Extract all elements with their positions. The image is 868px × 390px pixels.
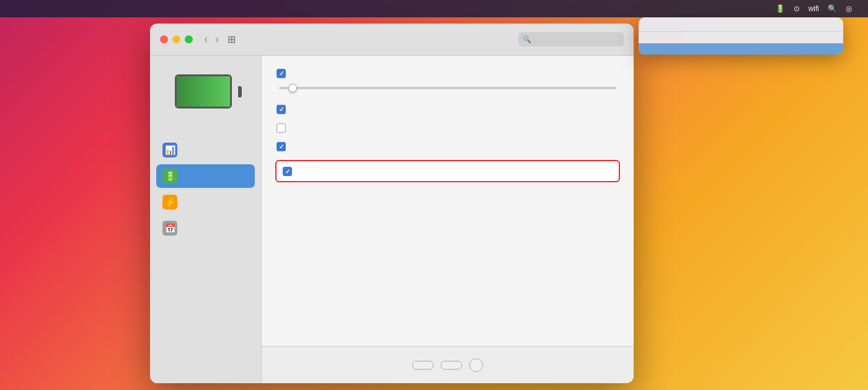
window-body: 📊 🔋 ⚡ 📅 [150,56,634,383]
slider-section [277,87,619,92]
minimize-button[interactable] [172,35,180,43]
magnifier-icon[interactable]: 🔍 [828,4,837,13]
search-input[interactable] [518,32,624,47]
dropdown-header [639,17,843,32]
nav-buttons: ‹ › [202,32,221,47]
battery-dropdown-panel[interactable] [639,17,843,55]
battery-body [175,74,232,109]
schedule-icon: 📅 [162,221,177,236]
battery-info [156,125,255,126]
titlebar: ‹ › ⊞ [150,24,634,56]
control-center-icon[interactable]: ⊙ [794,4,800,13]
slightly-dim-checkbox[interactable] [277,105,286,114]
optimized-charging-checkbox[interactable] [283,167,292,176]
maximize-button[interactable] [185,35,193,43]
battery-icon-container [156,68,255,115]
battery-nav-icon: 🔋 [162,169,177,184]
main-window: ‹ › ⊞ [150,24,634,383]
sidebar-item-battery[interactable]: 🔋 [156,164,255,188]
grid-icon[interactable]: ⊞ [228,33,236,45]
sidebar: 📊 🔋 ⚡ 📅 [150,56,262,383]
optimize-video-checkbox[interactable] [277,142,286,151]
usage-history-icon: 📊 [162,143,177,157]
battery-fill [177,76,230,107]
battery-visual [175,74,237,109]
menubar: 🔋 ⊙ wifi 🔍 ◎ [0,0,868,17]
battery-menubar-icon[interactable]: 🔋 [776,4,785,13]
help-button[interactable] [469,358,483,372]
power-nap-row [277,123,619,133]
menubar-right: 🔋 ⊙ wifi 🔍 ◎ [776,4,861,13]
power-adapter-icon: ⚡ [162,195,177,210]
slightly-dim-row [277,104,619,114]
siri-icon[interactable]: ◎ [846,4,852,13]
optimized-charging-sub-container [277,191,619,200]
show-battery-row [277,68,619,78]
dropdown-no-apps [639,32,843,43]
optimize-video-row [277,141,619,151]
wifi-icon[interactable]: wifi [808,4,819,13]
traffic-lights [160,35,193,43]
back-button[interactable]: ‹ [202,32,210,47]
sidebar-item-power-adapter[interactable]: ⚡ [156,190,255,214]
sidebar-item-usage-history[interactable]: 📊 [156,138,255,162]
slider-track [279,87,616,89]
sidebar-item-schedule[interactable]: 📅 [156,216,255,240]
dropdown-battery-preferences[interactable] [639,43,843,55]
search-wrapper [518,32,624,47]
bottom-bar [262,346,634,383]
battery-tip [238,86,242,97]
slider-thumb[interactable] [288,84,297,92]
show-battery-checkbox[interactable] [277,69,286,78]
close-button[interactable] [160,35,168,43]
restore-defaults-button[interactable] [441,361,462,370]
forward-button[interactable]: › [213,32,221,47]
optimized-charging-row [275,160,620,182]
power-nap-checkbox[interactable] [277,123,286,133]
battery-health-button[interactable] [412,361,433,370]
main-content [262,56,634,346]
slider-container[interactable] [279,87,616,92]
